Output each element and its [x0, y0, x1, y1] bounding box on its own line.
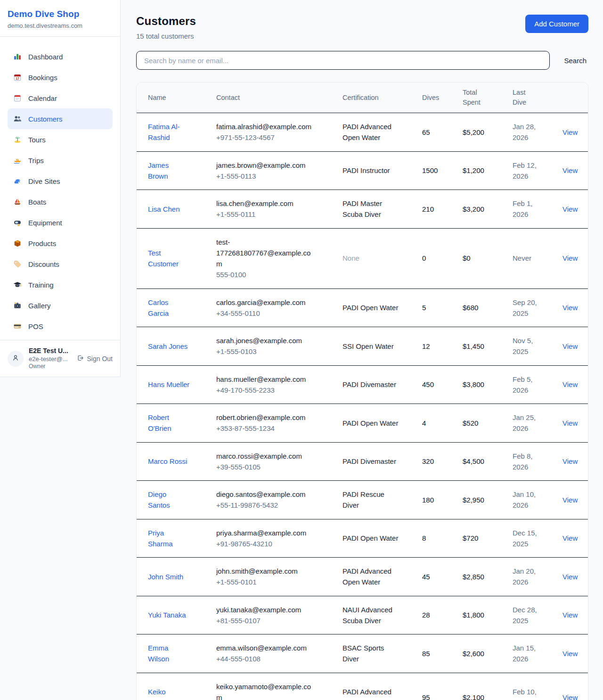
table-row: Emma Wilsonemma.wilson@example.com+44-55… [137, 634, 588, 673]
customer-name-link[interactable]: Robert O'Brien [148, 413, 171, 432]
cell-certification: PADI Advanced Open Water [342, 113, 422, 152]
avatar [8, 351, 24, 367]
cell-name: Lisa Chen [137, 190, 216, 229]
sidebar-item-discounts[interactable]: Discounts [8, 254, 113, 274]
customer-name-link[interactable]: Lisa Chen [148, 205, 180, 213]
cell-dives: 45 [422, 558, 463, 596]
customer-name-link[interactable]: James Brown [148, 161, 169, 180]
sidebar-item-boats[interactable]: Boats [8, 191, 113, 212]
cell-certification: PADI Open Water [342, 519, 422, 558]
sidebar-item-equipment[interactable]: Equipment [8, 212, 113, 233]
customer-name-link[interactable]: Priya Sharma [148, 529, 173, 548]
cell-dives: 28 [422, 596, 463, 634]
view-link[interactable]: View [562, 573, 578, 581]
customer-name-link[interactable]: Yuki Tanaka [148, 611, 186, 619]
view-link[interactable]: View [562, 254, 578, 262]
cell-total-spent: $520 [463, 404, 513, 443]
user-role: Owner [29, 363, 71, 371]
customer-name-link[interactable]: Marco Rossi [148, 457, 187, 465]
cell-dives: 4 [422, 404, 463, 443]
view-link[interactable]: View [562, 128, 578, 136]
view-link[interactable]: View [562, 534, 578, 542]
customer-name-link[interactable]: Keiko Yamamoto [148, 688, 181, 700]
cell-actions: View [553, 404, 588, 443]
cell-name: James Brown [137, 151, 216, 190]
col-header-dives: Dives [422, 82, 463, 113]
view-link[interactable]: View [562, 693, 578, 700]
sidebar-item-dive-sites[interactable]: Dive Sites [8, 171, 113, 191]
customer-name-link[interactable]: Emma Wilson [148, 644, 169, 663]
sidebar-nav: Dashboard17BookingsCalendarCustomersTour… [0, 37, 120, 340]
cell-certification: PADI Rescue Diver [342, 481, 422, 519]
customer-phone: 555-0100 [216, 269, 312, 280]
cell-actions: View [553, 558, 588, 596]
customer-name-link[interactable]: Hans Mueller [148, 380, 189, 388]
cell-actions: View [553, 365, 588, 404]
sidebar-item-customers[interactable]: Customers [8, 108, 113, 129]
sidebar-item-training[interactable]: Training [8, 274, 113, 295]
cell-contact: fatima.alrashid@example.com+971-55-123-4… [216, 113, 342, 152]
cell-dives: 65 [422, 113, 463, 152]
view-link[interactable]: View [562, 342, 578, 350]
view-link[interactable]: View [562, 304, 578, 312]
view-link[interactable]: View [562, 496, 578, 504]
cell-name: Carlos Garcia [137, 288, 216, 327]
sidebar-item-gallery[interactable]: Gallery [8, 295, 113, 316]
sign-out-label: Sign Out [87, 355, 113, 362]
sidebar-item-label: Customers [28, 115, 63, 123]
search-input[interactable] [136, 51, 550, 70]
sidebar-item-label: Equipment [28, 219, 62, 227]
table-row: Yuki Tanakayuki.tanaka@example.com+81-55… [137, 596, 588, 634]
add-customer-button[interactable]: Add Customer [525, 15, 588, 33]
view-link[interactable]: View [562, 419, 578, 427]
sidebar-item-dashboard[interactable]: Dashboard [8, 46, 113, 67]
customer-name-link[interactable]: Sarah Jones [148, 342, 187, 350]
sign-out-button[interactable]: Sign Out [76, 354, 113, 363]
view-link[interactable]: View [562, 457, 578, 465]
customer-name-link[interactable]: Test Customer [148, 249, 179, 268]
certification-value: NAUI Advanced Scuba Diver [342, 606, 392, 625]
table-row: Priya Sharmapriya.sharma@example.com+91-… [137, 519, 588, 558]
cell-contact: hans.mueller@example.com+49-170-555-2233 [216, 365, 342, 404]
cell-total-spent: $0 [463, 228, 513, 288]
cell-contact: emma.wilson@example.com+44-555-0108 [216, 634, 342, 673]
customer-name-link[interactable]: Diego Santos [148, 490, 170, 509]
sidebar-item-products[interactable]: Products [8, 233, 113, 254]
customer-phone: +1-555-0101 [216, 576, 312, 587]
cell-actions: View [553, 228, 588, 288]
view-link[interactable]: View [562, 611, 578, 619]
table-row: Test Customertest-1772681807767@example.… [137, 228, 588, 288]
sidebar-item-pos[interactable]: POS [8, 316, 113, 337]
customer-name-link[interactable]: John Smith [148, 573, 183, 581]
cell-certification: PADI Instructor [342, 151, 422, 190]
bar-chart-icon [13, 52, 22, 61]
cell-certification: PADI Divemaster [342, 365, 422, 404]
sidebar-item-tours[interactable]: Tours [8, 129, 113, 150]
cell-last-dive: Nov 5, 2025 [513, 327, 553, 366]
customer-email: james.brown@example.com [216, 160, 312, 171]
cell-name: Diego Santos [137, 481, 216, 519]
cell-contact: carlos.garcia@example.com+34-555-0110 [216, 288, 342, 327]
cell-certification: PADI Master Scuba Diver [342, 190, 422, 229]
cell-total-spent: $3,200 [463, 190, 513, 229]
search-button[interactable]: Search [562, 57, 588, 65]
customer-name-link[interactable]: Fatima Al-Rashid [148, 123, 180, 141]
page-subtitle: 15 total customers [136, 32, 196, 40]
customer-name-link[interactable]: Carlos Garcia [148, 298, 169, 317]
cell-last-dive: Dec 15, 2025 [513, 519, 553, 558]
cell-name: Keiko Yamamoto [137, 673, 216, 700]
sidebar-item-bookings[interactable]: 17Bookings [8, 67, 113, 88]
sidebar-item-calendar[interactable]: Calendar [8, 88, 113, 108]
view-link[interactable]: View [562, 380, 578, 388]
sidebar-item-trips[interactable]: Trips [8, 150, 113, 171]
certification-value: PADI Advanced Open Water [342, 123, 391, 141]
view-link[interactable]: View [562, 166, 578, 174]
cell-contact: diego.santos@example.com+55-11-99876-543… [216, 481, 342, 519]
cell-contact: robert.obrien@example.com+353-87-555-123… [216, 404, 342, 443]
certification-value: BSAC Sports Diver [342, 644, 384, 663]
view-link[interactable]: View [562, 650, 578, 658]
cell-last-dive: Jan 28, 2026 [513, 113, 553, 152]
cell-dives: 0 [422, 228, 463, 288]
view-link[interactable]: View [562, 205, 578, 213]
cell-total-spent: $2,100 [463, 673, 513, 700]
